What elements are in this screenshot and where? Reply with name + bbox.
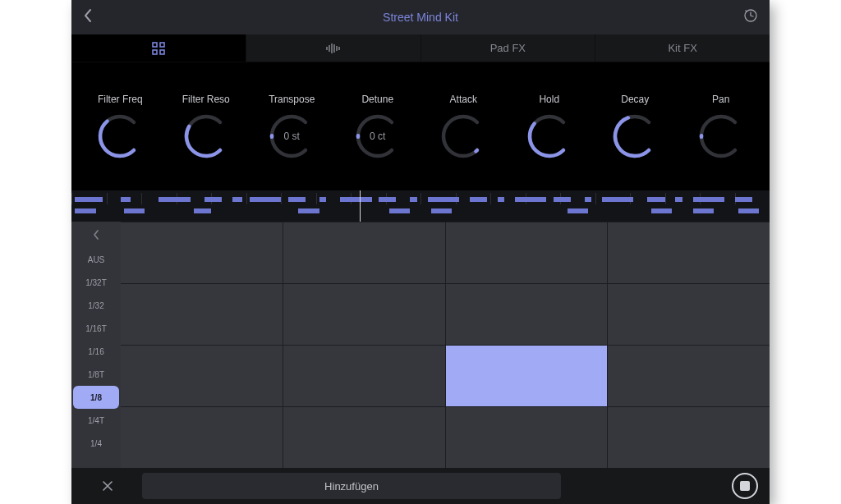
knob-transpose[interactable]: 0 st <box>269 113 315 159</box>
playhead[interactable] <box>360 190 361 222</box>
knob-label: Hold <box>539 94 559 105</box>
close-button[interactable] <box>83 479 132 493</box>
timeline-segment <box>124 208 145 213</box>
grid-icon <box>152 42 165 55</box>
knob-hold[interactable] <box>526 113 572 159</box>
tab-pad-fx[interactable]: Pad FX <box>421 34 596 62</box>
svg-rect-2 <box>160 43 164 47</box>
knob-unit: Attack <box>423 94 504 159</box>
quantize-option[interactable]: 1/32T <box>71 271 121 294</box>
timeline-segment <box>232 197 243 202</box>
quantize-option[interactable]: 1/16 <box>71 340 121 363</box>
grid-cell[interactable] <box>446 284 609 345</box>
knob-value: 0 ct <box>370 131 385 142</box>
timeline-segment <box>431 208 453 213</box>
knob-unit: Detune 0 ct <box>338 94 419 159</box>
grid-cell[interactable] <box>608 346 770 406</box>
grid-cell[interactable] <box>121 222 283 283</box>
grid-cell[interactable] <box>283 284 446 345</box>
knob-label: Decay <box>621 94 649 105</box>
grid-row <box>121 406 770 468</box>
timeline-segment <box>389 208 411 213</box>
grid-cell[interactable] <box>446 346 609 406</box>
timeline-segment <box>651 208 673 213</box>
timeline-segment <box>75 197 103 202</box>
tab-waveform[interactable] <box>246 34 421 62</box>
library-icon[interactable] <box>743 8 758 26</box>
timeline-segment <box>250 197 281 202</box>
svg-rect-4 <box>160 50 164 54</box>
timeline-segment <box>675 197 682 202</box>
timeline-segment <box>121 197 131 202</box>
kit-title[interactable]: Street Mind Kit <box>383 11 458 24</box>
knob-label: Detune <box>361 94 393 105</box>
knob-pan[interactable] <box>698 113 744 159</box>
timeline-segment <box>410 197 417 202</box>
timeline[interactable] <box>71 190 770 222</box>
quantize-option[interactable]: 1/4T <box>71 409 121 432</box>
quantize-option[interactable]: 1/4 <box>71 432 121 455</box>
knob-decay[interactable] <box>612 113 658 159</box>
grid-cell[interactable] <box>446 222 609 283</box>
grid-cell[interactable] <box>446 407 609 468</box>
timeline-segment <box>647 197 664 202</box>
timeline-segment <box>159 197 190 202</box>
knob-label: Pan <box>712 94 729 105</box>
timeline-segment <box>319 197 327 202</box>
timeline-segment <box>693 208 715 213</box>
timeline-segment <box>585 197 592 202</box>
grid-cell[interactable] <box>121 407 283 468</box>
quantize-option[interactable]: 1/16T <box>71 317 121 340</box>
knob-unit: Filter Reso <box>166 94 247 159</box>
timeline-segment <box>554 197 571 202</box>
add-button[interactable]: Hinzufügen <box>142 473 561 499</box>
knob-label: Filter Reso <box>182 94 230 105</box>
knob-unit: Pan <box>681 94 762 159</box>
tab-kit-fx[interactable]: Kit FX <box>595 34 770 62</box>
timeline-segment <box>568 208 589 213</box>
timeline-segment <box>735 197 752 202</box>
timeline-segment <box>515 197 546 202</box>
grid-cell[interactable] <box>121 346 283 406</box>
knob-value: 0 st <box>284 131 300 142</box>
grid-sidebar: AUS1/32T1/321/16T1/161/8T1/81/4T1/4 <box>71 222 121 468</box>
timeline-segment <box>428 197 459 202</box>
grid-cell[interactable] <box>283 222 446 283</box>
knob-filter-reso[interactable] <box>183 113 229 159</box>
knob-detune[interactable]: 0 ct <box>355 113 401 159</box>
grid-cell[interactable] <box>121 284 283 345</box>
tab-pads-grid[interactable] <box>71 34 246 62</box>
timeline-segment <box>75 208 96 213</box>
stop-button[interactable] <box>732 473 758 499</box>
knob-label: Transpose <box>269 94 315 105</box>
svg-rect-1 <box>153 43 157 47</box>
quantize-option[interactable]: 1/8T <box>71 363 121 386</box>
knob-unit: Filter Freq <box>80 94 161 159</box>
header-bar: Street Mind Kit <box>71 0 770 34</box>
knob-label: Filter Freq <box>98 94 143 105</box>
quantize-option[interactable]: 1/32 <box>71 294 121 317</box>
grid-cell[interactable] <box>608 284 770 345</box>
knob-filter-freq[interactable] <box>97 113 143 159</box>
quantize-option[interactable]: AUS <box>71 248 121 271</box>
timeline-segment <box>298 208 319 213</box>
tab-label: Kit FX <box>668 42 696 54</box>
grid-cell[interactable] <box>608 407 770 468</box>
timeline-segment <box>602 197 633 202</box>
tab-label: Pad FX <box>490 42 526 54</box>
timeline-segment <box>693 197 724 202</box>
stop-icon <box>740 481 750 491</box>
sidebar-back-button[interactable] <box>71 222 121 248</box>
back-button[interactable] <box>83 8 93 27</box>
knobs-row: Filter Freq Filter Reso Transpose 0 stDe… <box>71 62 770 190</box>
svg-rect-3 <box>153 50 157 54</box>
grid-row <box>121 222 770 283</box>
timeline-segment <box>340 197 371 202</box>
knob-unit: Decay <box>595 94 676 159</box>
grid-cell[interactable] <box>283 407 446 468</box>
grid-cell[interactable] <box>283 346 446 406</box>
grid-cell[interactable] <box>608 222 770 283</box>
quantize-option[interactable]: 1/8 <box>73 386 119 409</box>
knob-attack[interactable] <box>440 113 486 159</box>
grid-row <box>121 283 770 345</box>
